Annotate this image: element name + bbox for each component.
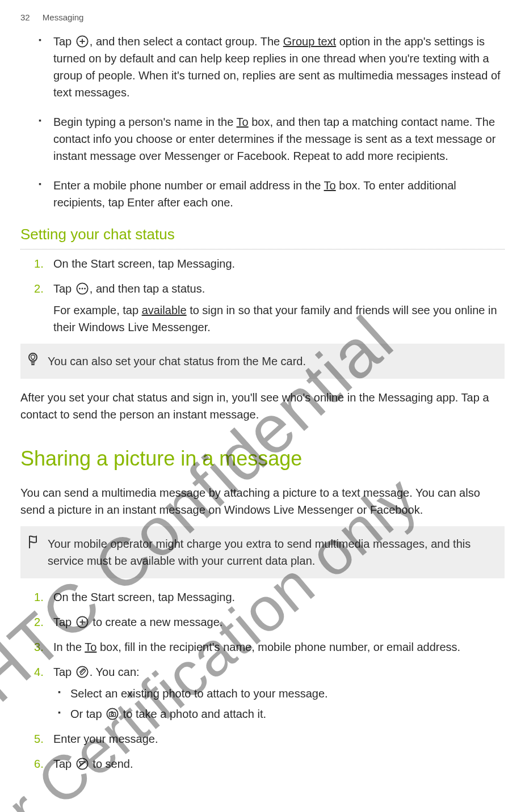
step-item: In the To box, fill in the recipient's n… bbox=[53, 638, 505, 655]
page-header: 32 Messaging bbox=[20, 11, 505, 24]
page-number: 32 bbox=[20, 12, 30, 22]
step-item: Tap , and then tap a status.For example,… bbox=[53, 280, 505, 336]
underlined-term: To bbox=[85, 641, 96, 653]
underlined-term: To bbox=[237, 116, 249, 128]
tip-callout: You can also set your chat status from t… bbox=[20, 344, 505, 379]
share-picture-title: Sharing a picture in a message bbox=[20, 443, 505, 474]
bulb-icon bbox=[26, 352, 40, 367]
header-section: Messaging bbox=[43, 12, 84, 22]
warning-callout: Your mobile operator might charge you ex… bbox=[20, 526, 505, 578]
plus-icon bbox=[76, 616, 89, 628]
step-item: Tap to send. bbox=[53, 755, 505, 772]
list-item: Or tap to take a photo and attach it. bbox=[70, 705, 505, 722]
share-intro-para: You can send a multimedia message by att… bbox=[20, 484, 505, 518]
step-item: Tap to create a new message. bbox=[53, 614, 505, 631]
list-item: Enter a mobile phone number or email add… bbox=[53, 177, 505, 211]
share-picture-steps: On the Start screen, tap Messaging.Tap t… bbox=[53, 589, 505, 772]
intro-bullets: Tap , and then select a contact group. T… bbox=[53, 33, 505, 211]
send-icon bbox=[76, 758, 89, 770]
step-body: For example, tap available to sign in so… bbox=[53, 302, 505, 336]
sub-bullets: Select an existing photo to attach to yo… bbox=[70, 685, 505, 722]
underlined-term: Group text bbox=[283, 35, 336, 48]
camera-icon bbox=[106, 708, 119, 720]
step-item: On the Start screen, tap Messaging. bbox=[53, 589, 505, 606]
dots-icon bbox=[76, 282, 89, 295]
chat-followup-para: After you set your chat status and sign … bbox=[20, 389, 505, 423]
tip-text: You can also set your chat status from t… bbox=[48, 355, 306, 367]
chat-status-steps: On the Start screen, tap Messaging.Tap ,… bbox=[53, 255, 505, 336]
underlined-term: To bbox=[324, 179, 336, 192]
step-item: Enter your message. bbox=[53, 730, 505, 747]
section-chat-status-title: Setting your chat status bbox=[20, 223, 505, 246]
list-item: Begin typing a person's name in the To b… bbox=[53, 113, 505, 164]
warning-text: Your mobile operator might charge you ex… bbox=[48, 538, 471, 567]
list-item: Select an existing photo to attach to yo… bbox=[70, 685, 505, 702]
step-item: On the Start screen, tap Messaging. bbox=[53, 255, 505, 272]
attach-icon bbox=[76, 666, 89, 678]
plus-icon bbox=[76, 35, 89, 48]
divider bbox=[20, 249, 505, 249]
list-item: Tap , and then select a contact group. T… bbox=[53, 33, 505, 101]
step-item: Tap . You can:Select an existing photo t… bbox=[53, 663, 505, 722]
underlined-term: available bbox=[142, 304, 187, 316]
flag-icon bbox=[26, 534, 40, 550]
